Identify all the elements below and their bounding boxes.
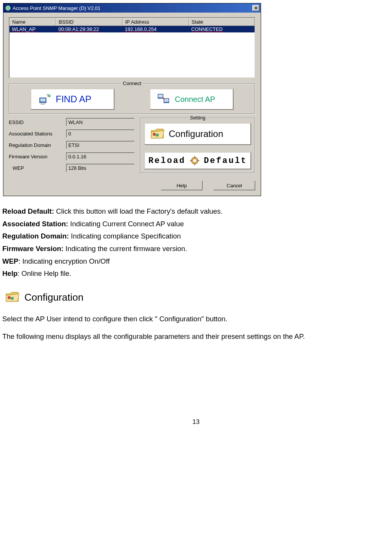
def-fw-desc: Indicating the current firmware version. <box>63 245 187 253</box>
close-button[interactable]: ✕ <box>252 5 259 11</box>
svg-rect-2 <box>40 98 45 102</box>
col-name[interactable]: Name <box>10 18 56 26</box>
setting-groupbox: Setting Configuration Reload <box>140 118 255 174</box>
svg-point-8 <box>153 133 156 136</box>
setting-legend: Setting <box>189 115 207 121</box>
info-grid: ESSID Associated Stations Regulation Dom… <box>9 118 135 175</box>
configuration-label: Configuration <box>169 129 223 139</box>
snmp-manager-window: Access Point SNMP Manager (D) V2.01 ✕ Na… <box>3 3 261 196</box>
regulation-domain-label: Regulation Domain <box>9 142 66 148</box>
def-reload-term: Reload Default: <box>2 207 54 215</box>
def-wep-desc: : Indicating encryption On/Off <box>18 257 110 265</box>
app-icon <box>5 5 11 11</box>
firmware-version-label: Firmware Version <box>9 154 66 160</box>
connect-groupbox: Connect FIND AP <box>9 84 255 114</box>
def-wep-term: WEP <box>2 257 18 265</box>
def-help-desc: : Online Help file. <box>18 269 71 277</box>
paragraph-1: Select the AP User intend to configure t… <box>2 314 392 324</box>
svg-rect-3 <box>41 103 45 105</box>
cancel-button[interactable]: Cancel <box>213 180 255 190</box>
definitions-block: Reload Default: Click this button will l… <box>2 206 388 279</box>
essid-label: ESSID <box>9 119 66 125</box>
list-header: Name BSSID IP Address State <box>10 18 255 26</box>
def-reg-term: Regulation Domain: <box>2 232 69 240</box>
wep-field <box>66 164 135 172</box>
def-reload-desc: Click this button will load the Factory'… <box>54 207 223 215</box>
cell-name: WLAN_AP <box>10 26 56 32</box>
reload-label-b: Default <box>204 156 247 166</box>
col-ip[interactable]: IP Address <box>123 18 189 26</box>
cell-bssid: 00:08:A1:29:38:22 <box>56 26 123 32</box>
col-state[interactable]: State <box>189 18 255 26</box>
configuration-heading-label: Configuration <box>24 292 84 303</box>
def-assoc-term: Associated Station: <box>2 220 68 228</box>
paragraph-2: The following menu displays all the conf… <box>2 331 392 342</box>
titlebar: Access Point SNMP Manager (D) V2.01 ✕ <box>3 3 261 13</box>
page-number: 13 <box>0 418 392 426</box>
essid-field <box>66 118 135 126</box>
help-button[interactable]: Help <box>161 180 203 190</box>
def-reg-desc: Indicating compliance Specification <box>69 232 181 240</box>
configuration-heading: Configuration <box>5 290 392 304</box>
connect-ap-button[interactable]: Connect AP <box>150 89 234 110</box>
regulation-domain-field <box>66 141 135 149</box>
def-assoc-desc: Indicating Current Connect AP value <box>68 220 184 228</box>
folder-config-icon <box>150 127 166 141</box>
svg-rect-7 <box>164 99 168 102</box>
cell-ip: 192.168.0.254 <box>123 26 189 32</box>
def-fw-term: Firmware Version: <box>2 245 63 253</box>
svg-point-11 <box>193 159 196 162</box>
svg-point-17 <box>11 297 14 300</box>
cell-state: CONNECTED <box>189 26 255 32</box>
reload-default-button[interactable]: Reload Default <box>144 152 251 169</box>
configuration-button[interactable]: Configuration <box>144 123 251 145</box>
find-ap-button[interactable]: FIND AP <box>31 89 115 110</box>
gear-icon <box>189 155 200 166</box>
ap-listbox[interactable]: Name BSSID IP Address State WLAN_AP 00:0… <box>9 17 255 78</box>
svg-point-16 <box>8 296 11 299</box>
associated-stations-field <box>66 129 135 138</box>
svg-rect-5 <box>158 95 163 98</box>
svg-point-0 <box>6 6 10 10</box>
find-ap-label: FIND AP <box>56 94 91 105</box>
col-bssid[interactable]: BSSID <box>56 18 123 26</box>
network-scan-icon <box>38 92 53 106</box>
reload-label-a: Reload <box>148 156 186 166</box>
def-help-term: Help <box>2 269 18 277</box>
wep-label: WEP <box>9 165 66 171</box>
network-connect-icon <box>157 92 172 106</box>
connect-legend: Connect <box>121 81 143 86</box>
associated-stations-label: Associated Stations <box>9 131 66 137</box>
window-title: Access Point SNMP Manager (D) V2.01 <box>13 5 252 11</box>
list-row[interactable]: WLAN_AP 00:08:A1:29:38:22 192.168.0.254 … <box>10 26 255 32</box>
connect-ap-label: Connect AP <box>175 95 215 104</box>
firmware-version-field <box>66 152 135 161</box>
svg-point-9 <box>156 134 159 137</box>
folder-config-icon <box>5 290 21 304</box>
